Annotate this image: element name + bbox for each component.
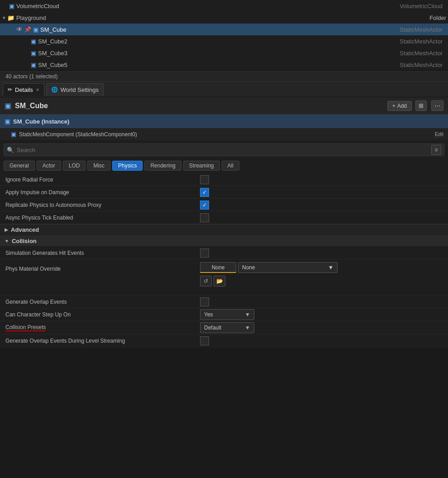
static-mesh-component-row[interactable]: ▣ StaticMeshComponent (StaticMeshCompone…	[0, 128, 448, 141]
prop-apply-impulse: Apply Impulse on Damage ✓	[0, 186, 448, 199]
search-icon: 🔍	[7, 147, 14, 153]
eye-icon[interactable]: 👁	[16, 26, 23, 33]
outliner-item-type: StaticMeshActor	[400, 26, 443, 33]
details-panel: ▣ SM_Cube + Add ⊞ ⋯ ▣ SM_Cube (Instance)…	[0, 97, 448, 347]
pencil-icon: ✏	[8, 86, 12, 93]
row-action-icons: 👁 📌	[16, 26, 31, 33]
column-layout-button[interactable]: ≡	[431, 145, 441, 155]
prop-label: Collision Presets	[5, 324, 200, 331]
checkbox-generate-overlap[interactable]	[200, 297, 209, 306]
search-input[interactable]	[17, 147, 429, 153]
prop-label: Generate Overlap Events During Level Str…	[5, 338, 200, 344]
prop-label: Apply Impulse on Damage	[5, 189, 200, 196]
phys-dropdown-value: None	[242, 264, 255, 271]
add-label: Add	[397, 103, 407, 109]
outliner-item-type: StaticMeshActor	[400, 50, 443, 57]
filter-streaming[interactable]: Streaming	[183, 161, 220, 171]
tab-world-settings-label: World Settings	[61, 86, 99, 93]
collision-section-header[interactable]: ▼ Collision	[0, 235, 448, 247]
options-button[interactable]: ⋯	[431, 100, 443, 111]
checkbox-simulation-hit[interactable]	[200, 249, 209, 258]
filter-misc[interactable]: Misc	[87, 161, 110, 171]
prop-can-character-step: Can Character Step Up On Yes ▼	[0, 308, 448, 321]
prop-phys-material-override: Phys Material Override None None ▼ ↺ 📂	[0, 259, 448, 296]
outliner-row-smcube[interactable]: 👁 📌 ▣ SM_Cube StaticMeshActor	[0, 24, 448, 35]
actor-count-label: 40 actors (1 selected)	[5, 73, 57, 80]
browse-icon: ↺	[204, 278, 208, 284]
filter-physics[interactable]: Physics	[112, 161, 143, 171]
filter-rendering[interactable]: Rendering	[144, 161, 181, 171]
outliner-item-name: SM_Cube2	[38, 38, 400, 45]
collision-presets-dropdown[interactable]: Default ▼	[200, 322, 254, 333]
outliner-row-smcube5[interactable]: ▣ SM_Cube5 StaticMeshActor	[0, 59, 448, 71]
expand-arrow-icon: ▶	[5, 227, 8, 232]
edit-button[interactable]: Edit	[435, 131, 443, 137]
outliner-row-smcube3[interactable]: ▣ SM_Cube3 StaticMeshActor	[0, 47, 448, 59]
prop-overlap-level-streaming: Generate Overlap Events During Level Str…	[0, 335, 448, 347]
cube-icon: ▣	[9, 3, 14, 10]
folder-open-icon: 📂	[216, 278, 223, 284]
prop-value: ✓	[200, 201, 443, 210]
instance-icon: ▣	[5, 118, 10, 125]
sm-cube-icon: ▣	[5, 101, 11, 110]
globe-icon: 🌐	[51, 86, 58, 93]
plus-icon: +	[392, 103, 396, 109]
add-button[interactable]: + Add	[387, 101, 412, 111]
filter-general[interactable]: General	[4, 161, 35, 171]
checkbox-replicate-physics[interactable]: ✓	[200, 201, 209, 210]
advanced-section-header[interactable]: ▶ Advanced	[0, 224, 448, 235]
prop-value	[200, 297, 443, 306]
tab-details[interactable]: ✏ Details ✕	[3, 83, 44, 96]
layout-button[interactable]: ⊞	[415, 100, 427, 111]
prop-label: Simulation Generates Hit Events	[5, 250, 200, 256]
check-icon: ✓	[202, 189, 207, 196]
outliner: ▣ VolumetricCloud VolumetricCloud ▼ 📁 Pl…	[0, 0, 448, 71]
outliner-row-playground[interactable]: ▼ 📁 Playground Folder	[0, 12, 448, 24]
filter-all[interactable]: All	[222, 161, 239, 171]
outliner-item-type: StaticMeshActor	[400, 62, 443, 68]
checkbox-ignore-radial-force[interactable]	[200, 175, 209, 184]
prop-label: Ignore Radial Force	[5, 177, 200, 183]
filter-lod[interactable]: LOD	[63, 161, 86, 171]
outliner-row-volumetriccloud[interactable]: ▣ VolumetricCloud VolumetricCloud	[0, 0, 448, 12]
checkbox-apply-impulse[interactable]: ✓	[200, 188, 209, 197]
outliner-item-name: SM_Cube	[40, 26, 400, 33]
tab-close-icon[interactable]: ✕	[36, 87, 39, 92]
expand-arrow-icon: ▼	[2, 15, 6, 20]
cube-icon: ▣	[33, 26, 38, 33]
step-up-dropdown[interactable]: Yes ▼	[200, 309, 254, 320]
details-header: ▣ SM_Cube + Add ⊞ ⋯	[0, 97, 448, 115]
prop-value: Default ▼	[200, 322, 443, 333]
prop-label: Replicate Physics to Autonomous Proxy	[5, 202, 200, 208]
filter-actor[interactable]: Actor	[37, 161, 61, 171]
columns-icon: ≡	[434, 147, 438, 153]
outliner-item-name: SM_Cube3	[38, 50, 400, 57]
checkbox-async-physics[interactable]	[200, 213, 209, 222]
prop-generate-overlap: Generate Overlap Events	[0, 296, 448, 308]
section-label: Advanced	[11, 226, 39, 233]
checkbox-overlap-level-streaming[interactable]	[200, 336, 209, 345]
prop-async-physics: Async Physics Tick Enabled	[0, 211, 448, 224]
prop-label: Async Physics Tick Enabled	[5, 215, 200, 221]
open-phys-material-button[interactable]: 📂	[214, 276, 225, 287]
phys-material-dropdown[interactable]: None ▼	[238, 262, 338, 273]
grid-icon: ⊞	[419, 102, 424, 109]
outliner-item-type: StaticMeshActor	[400, 38, 443, 45]
prop-replicate-physics: Replicate Physics to Autonomous Proxy ✓	[0, 199, 448, 211]
prop-collision-presets: Collision Presets Default ▼	[0, 321, 448, 335]
instance-label: SM_Cube (Instance)	[13, 118, 69, 125]
filter-tabs: General Actor LOD Misc Physics Rendering…	[0, 159, 448, 173]
browse-phys-material-button[interactable]: ↺	[200, 276, 212, 287]
instance-section[interactable]: ▣ SM_Cube (Instance)	[0, 115, 448, 128]
prop-label: Generate Overlap Events	[5, 299, 200, 305]
cube-icon: ▣	[31, 38, 36, 45]
phys-none-button[interactable]: None	[200, 262, 236, 273]
search-bar: 🔍 ≡	[4, 143, 444, 156]
chevron-down-icon: ▼	[328, 264, 334, 271]
pin-icon[interactable]: 📌	[24, 26, 31, 33]
cube-icon: ▣	[31, 50, 36, 57]
prop-simulation-hit-events: Simulation Generates Hit Events	[0, 247, 448, 259]
tab-world-settings[interactable]: 🌐 World Settings	[46, 83, 104, 96]
outliner-row-smcube2[interactable]: ▣ SM_Cube2 StaticMeshActor	[0, 35, 448, 47]
outliner-item-name: SM_Cube5	[38, 62, 400, 68]
